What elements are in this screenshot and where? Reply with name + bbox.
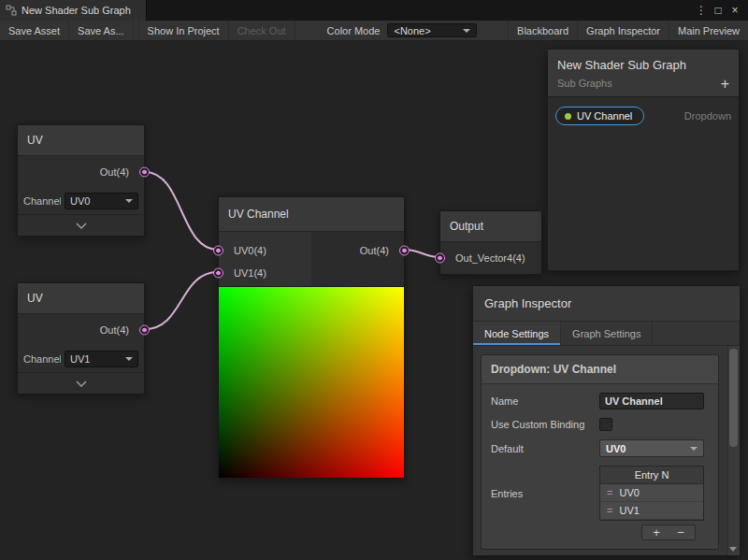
default-value: UV0 — [606, 443, 626, 454]
save-as-button[interactable]: Save As... — [69, 21, 134, 40]
node-uv-a[interactable]: UV Out(4) Channel UV0 — [17, 124, 145, 237]
input-port-icon[interactable] — [435, 253, 445, 264]
use-custom-binding-label: Use Custom Binding — [491, 418, 599, 431]
output-port-row: Out(4) — [360, 239, 404, 262]
channel-dropdown[interactable]: UV0 — [65, 193, 138, 209]
input-port-icon[interactable] — [213, 268, 223, 279]
default-dropdown[interactable]: UV0 — [599, 439, 704, 457]
exposed-dot-icon — [565, 113, 571, 120]
main-preview-toggle-button[interactable]: Main Preview — [669, 21, 748, 40]
document-tab[interactable]: New Shader Sub Graph — [0, 0, 147, 21]
port-label: UV1(4) — [234, 267, 266, 279]
inspector-tabs: Node Settings Graph Settings — [473, 322, 740, 346]
document-tab-title: New Shader Sub Graph — [22, 5, 131, 16]
dropdown-settings-section: Dropdown: UV Channel Name Use Custom Bin… — [481, 354, 719, 550]
node-title[interactable]: UV — [18, 125, 144, 156]
remove-entry-button[interactable]: − — [677, 525, 684, 539]
node-uv-channel[interactable]: UV Channel UV0(4) UV1(4) Out(4) — [218, 196, 405, 479]
chevron-down-icon — [463, 29, 470, 33]
port-label: Out(4) — [100, 166, 129, 178]
collapse-button[interactable] — [18, 214, 144, 236]
chevron-down-icon — [125, 357, 133, 361]
channel-dropdown[interactable]: UV1 — [65, 351, 138, 367]
inspector-header[interactable]: Graph Inspector — [473, 286, 740, 322]
node-output[interactable]: Output Out_Vector4(4) — [439, 210, 542, 275]
entries-list-footer: + − — [641, 524, 696, 540]
toolbar-toggles: Blackboard Graph Inspector Main Preview — [508, 21, 748, 40]
shader-graph-icon — [6, 5, 17, 16]
name-label: Name — [491, 395, 599, 408]
chevron-down-icon — [76, 381, 87, 387]
entry-row[interactable]: = UV1 — [600, 502, 703, 520]
inspector-body: Dropdown: UV Channel Name Use Custom Bin… — [473, 346, 740, 555]
port-area: UV0(4) UV1(4) Out(4) — [219, 232, 404, 286]
blackboard-toggle-button[interactable]: Blackboard — [508, 21, 577, 40]
add-property-button[interactable]: + — [721, 77, 729, 92]
edge-uv0-to-uvchannel[interactable] — [145, 172, 218, 250]
add-entry-button[interactable]: + — [653, 525, 660, 539]
default-field-row: Default UV0 — [491, 439, 709, 457]
title-bar: New Shader Sub Graph ⋮ □ × — [0, 0, 748, 21]
custom-binding-row: Use Custom Binding — [491, 418, 709, 431]
output-port-icon[interactable] — [139, 167, 150, 178]
channel-row: Channel UV0 — [18, 188, 144, 214]
input-port-row: UV0(4) — [219, 239, 266, 262]
blackboard-panel: New Shader Sub Graph Sub Graphs + UV Cha… — [547, 49, 740, 271]
node-uv-b[interactable]: UV Out(4) Channel UV1 — [17, 282, 145, 395]
window-controls: ⋮ □ × — [693, 0, 748, 21]
entries-label: Entries — [491, 487, 599, 500]
name-field-row: Name — [491, 393, 709, 409]
drag-handle-icon[interactable]: = — [607, 487, 612, 498]
blackboard-header[interactable]: New Shader Sub Graph Sub Graphs + — [548, 50, 739, 97]
blackboard-item-type: Dropdown — [684, 110, 731, 122]
output-port-icon[interactable] — [139, 325, 150, 336]
entry-row[interactable]: = UV0 — [600, 484, 703, 502]
port-label: Out_Vector4(4) — [455, 252, 525, 264]
chevron-down-icon — [690, 447, 698, 451]
input-port-row: Out_Vector4(4) — [440, 242, 541, 274]
entry-value: UV1 — [619, 505, 639, 516]
close-icon[interactable]: × — [726, 0, 743, 21]
edge-uv1-to-uvchannel[interactable] — [145, 272, 218, 329]
scrollbar-down-arrow-icon[interactable] — [729, 547, 737, 552]
check-out-button[interactable]: Check Out — [229, 21, 295, 40]
use-custom-binding-checkbox[interactable] — [599, 418, 612, 431]
toolbar: Save Asset Save As... Show In Project Ch… — [0, 21, 748, 41]
color-mode-value: <None> — [394, 25, 430, 36]
name-input[interactable] — [599, 393, 704, 409]
input-port-icon[interactable] — [213, 246, 223, 256]
entries-row: Entries Entry N = UV0 = UV1 — [491, 466, 709, 521]
scrollbar-thumb[interactable] — [729, 349, 738, 447]
graph-inspector-panel: Graph Inspector Node Settings Graph Sett… — [472, 285, 741, 556]
channel-value: UV0 — [70, 195, 90, 207]
menu-icon[interactable]: ⋮ — [693, 0, 710, 21]
output-port-icon[interactable] — [399, 246, 410, 256]
uv-gradient-preview — [219, 286, 404, 478]
node-title[interactable]: Output — [440, 211, 541, 242]
node-title[interactable]: UV — [18, 283, 144, 314]
channel-label: Channel — [23, 195, 61, 207]
show-in-project-button[interactable]: Show In Project — [139, 21, 229, 40]
drag-handle-icon[interactable]: = — [607, 505, 612, 516]
color-mode-label: Color Mode — [320, 21, 388, 40]
graph-inspector-toggle-button[interactable]: Graph Inspector — [577, 21, 669, 40]
inspector-scrollbar[interactable] — [727, 346, 740, 555]
node-title[interactable]: UV Channel — [219, 197, 404, 232]
input-port-row: UV1(4) — [219, 262, 266, 284]
output-port-row: Out(4) — [18, 314, 144, 346]
tab-graph-settings[interactable]: Graph Settings — [561, 322, 653, 345]
color-mode-dropdown[interactable]: <None> — [387, 23, 477, 37]
output-port-row: Out(4) — [18, 156, 144, 188]
collapse-button[interactable] — [18, 372, 144, 394]
channel-value: UV1 — [70, 353, 90, 365]
graph-canvas[interactable]: UV Out(4) Channel UV0 UV Out — [0, 41, 748, 560]
entries-list-header: Entry N — [600, 467, 703, 484]
section-title: Dropdown: UV Channel — [482, 355, 718, 384]
tab-node-settings[interactable]: Node Settings — [473, 322, 561, 345]
maximize-icon[interactable]: □ — [710, 0, 726, 21]
port-label: Out(4) — [100, 324, 129, 336]
blackboard-item-uv-channel[interactable]: UV Channel — [555, 107, 644, 125]
entries-list: Entry N = UV0 = UV1 — [599, 466, 704, 521]
blackboard-title: New Shader Sub Graph — [557, 58, 729, 72]
save-asset-button[interactable]: Save Asset — [0, 21, 69, 40]
